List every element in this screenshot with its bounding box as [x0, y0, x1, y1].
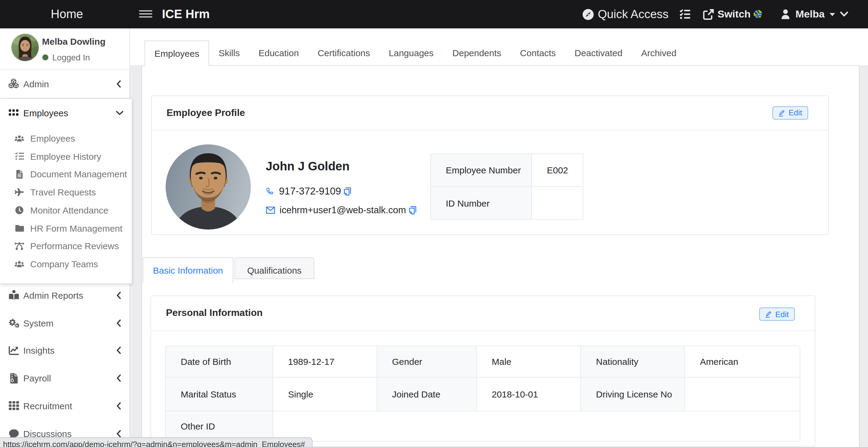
book-reader-icon [8, 290, 19, 301]
tab-dependents[interactable]: Dependents [443, 40, 511, 66]
clock-icon [14, 205, 24, 215]
sidebar-group-label: Insights [23, 346, 54, 356]
sidebar-group-employees[interactable]: Employees [0, 99, 132, 127]
marital-status-label: Marital Status [165, 377, 273, 411]
employee-number-table: Employee Number E002 ID Number [430, 153, 583, 220]
tab-employees[interactable]: Employees [145, 40, 209, 66]
sidebar-item-document-management[interactable]: Document Management [0, 165, 132, 183]
employee-email[interactable]: icehrm+user1@web-stalk.com [280, 204, 406, 215]
login-status-label: Logged In [52, 53, 90, 62]
sidebar-group-recruitment[interactable]: Recruitment [0, 392, 129, 420]
quick-access-label: Quick Access [598, 7, 669, 21]
collapse-topbar-button[interactable] [840, 0, 848, 28]
sidebar-group-admin-reports[interactable]: Admin Reports [0, 282, 129, 309]
employee-phone[interactable]: 917-372-9109 [279, 186, 341, 197]
sidebar-group-insights[interactable]: Insights [0, 337, 129, 364]
tab-contacts[interactable]: Contacts [511, 40, 565, 66]
folder-icon [14, 223, 24, 233]
driving-license-label: Driving License No [581, 377, 685, 411]
sidebar-item-label: Travel Requests [30, 187, 96, 197]
nationality-label: Nationality [581, 346, 685, 377]
sidebar-item-employee-history[interactable]: Employee History [0, 148, 132, 165]
tab-languages[interactable]: Languages [379, 40, 443, 66]
edit-personal-information-button[interactable]: Edit [759, 308, 795, 321]
sidebar-item-hr-form-management[interactable]: HR Form Management [0, 219, 132, 237]
sidebar-item-company-teams[interactable]: Company Teams [0, 255, 132, 273]
topbar: Home ICE Hrm Quick Access Switch [0, 0, 868, 28]
sidebar-item-performance-reviews[interactable]: Performance Reviews [0, 237, 132, 255]
table-row: ID Number [430, 187, 583, 220]
tab-deactivated[interactable]: Deactivated [565, 40, 632, 66]
sidebar-item-label: Company Teams [30, 259, 98, 269]
tab-education[interactable]: Education [249, 40, 308, 66]
employee-profile-header: Employee Profile Edit [151, 96, 828, 130]
marital-status-value: Single [273, 377, 377, 411]
sidebar-item-label: Performance Reviews [30, 241, 119, 251]
tab-skills[interactable]: Skills [209, 40, 249, 66]
quick-access-button[interactable]: Quick Access [582, 0, 669, 28]
tab-certifications[interactable]: Certifications [308, 40, 379, 66]
hamburger-icon[interactable] [139, 10, 152, 18]
sidebar-item-label: Employees [30, 133, 75, 143]
sidebar-item-travel-requests[interactable]: Travel Requests [0, 183, 132, 201]
edit-profile-button[interactable]: Edit [772, 106, 808, 119]
chevron-left-icon [117, 81, 121, 88]
edit-personal-information-label: Edit [775, 310, 789, 319]
personal-information-header: Personal Information Edit [151, 296, 814, 331]
sidebar-group-label: Payroll [23, 373, 51, 383]
sidebar-item-monitor-attendance[interactable]: Monitor Attendance [0, 201, 132, 219]
list-check-icon [14, 151, 24, 161]
sidebar-item-label: Document Management [30, 169, 127, 180]
gears-icon [8, 317, 19, 329]
sidebar-group-label: Employees [23, 108, 68, 118]
employee-phone-row: 917-372-9109 [266, 186, 351, 197]
tab-basic-information[interactable]: Basic Information [143, 257, 233, 283]
employee-number-label: Employee Number [430, 154, 531, 187]
table-row: Other ID [165, 411, 800, 441]
switch-label: Switch [717, 8, 751, 20]
tasks-button[interactable] [679, 0, 691, 28]
sidebar-group-payroll[interactable]: Payroll [0, 364, 129, 392]
sidebar-group-label: System [23, 318, 54, 328]
login-status: Logged In [42, 53, 90, 62]
id-number-label: ID Number [430, 187, 531, 220]
user-menu[interactable]: Melba [781, 0, 835, 28]
detail-tabs: Basic Information Qualifications [143, 257, 314, 283]
sidebar-group-label: Recruitment [23, 401, 72, 411]
list-check-icon [679, 8, 691, 20]
other-id-value [273, 411, 800, 441]
sidebar-group-admin[interactable]: Admin [0, 70, 129, 98]
tab-qualifications[interactable]: Qualifications [235, 257, 314, 279]
sidebar-item-label: Employee History [30, 151, 101, 161]
employee-profile-card: Employee Profile Edit [151, 95, 829, 235]
personal-information-title: Personal Information [166, 308, 262, 318]
avatar[interactable] [11, 34, 39, 61]
user-icon [781, 9, 790, 19]
employee-photo [165, 144, 251, 229]
table-row: Date of Birth 1989-12-17 Gender Male Nat… [165, 346, 800, 377]
nationality-value: American [685, 346, 800, 377]
employee-name: John J Golden [266, 159, 350, 173]
sidebar-group-label: Admin [23, 79, 49, 89]
sidebar-item-employees[interactable]: Employees [0, 129, 132, 148]
home-nav-item[interactable]: Home [51, 0, 83, 28]
tab-archived[interactable]: Archived [632, 40, 686, 66]
joined-date-label: Joined Date [377, 377, 476, 411]
id-number-value [531, 187, 583, 220]
copy-icon [408, 206, 416, 214]
pencil-icon [778, 109, 785, 116]
gender-value: Male [476, 346, 581, 377]
globe-emoji-icon [752, 9, 764, 20]
sidebar-nav: Admin Employees Employees [0, 70, 129, 447]
cubes-icon [8, 78, 19, 90]
personal-information-table: Date of Birth 1989-12-17 Gender Male Nat… [165, 346, 800, 441]
plane-icon [14, 187, 24, 197]
envelope-icon [266, 206, 275, 214]
switch-button[interactable]: Switch [703, 0, 751, 28]
sidebar-item-label: Monitor Attendance [30, 205, 108, 215]
app-brand[interactable]: ICE Hrm [162, 0, 210, 28]
language-button[interactable] [752, 0, 764, 28]
employee-number-value: E002 [531, 154, 583, 187]
sidebar-profile: Melba Dowling Logged In [0, 28, 129, 70]
sidebar-group-system[interactable]: System [0, 309, 129, 337]
